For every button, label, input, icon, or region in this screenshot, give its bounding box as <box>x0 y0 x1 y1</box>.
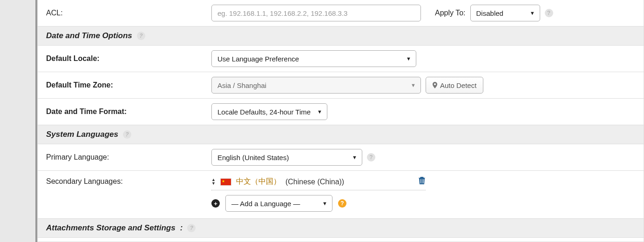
help-icon[interactable]: ? <box>123 130 131 139</box>
default-timezone-select[interactable]: Asia / Shanghai ▼ <box>211 77 421 94</box>
acl-row: ACL: Apply To: Disabled ▼ ? <box>38 0 644 27</box>
chevron-down-icon: ▼ <box>317 109 322 114</box>
secondary-language-item: ▲▼ 中文（中国） (Chinese (China)) <box>211 176 426 190</box>
primary-language-row: Primary Language: English (United States… <box>38 144 644 171</box>
default-timezone-label: Default Time Zone: <box>46 81 207 89</box>
section-datetime: Date and Time Options ? <box>38 27 644 46</box>
language-english-name: (Chinese (China)) <box>285 178 344 186</box>
help-icon[interactable]: ? <box>545 9 553 17</box>
default-locale-select[interactable]: Use Language Preference ▼ <box>211 50 416 67</box>
flag-cn-icon <box>220 178 231 186</box>
drag-handle-icon[interactable]: ▲▼ <box>211 178 216 185</box>
default-locale-row: Default Locale: Use Language Preference … <box>38 46 644 72</box>
apply-to-select[interactable]: Disabled ▼ <box>470 5 540 21</box>
help-icon[interactable]: ? <box>137 32 145 40</box>
store-attachments-row: Store Attachments: In the database ▼ * ? <box>38 238 644 242</box>
secondary-languages-label: Secondary Languages: <box>46 176 207 186</box>
acl-input[interactable] <box>211 5 421 21</box>
acl-label: ACL: <box>46 9 207 17</box>
trash-icon[interactable] <box>418 176 426 187</box>
help-icon[interactable]: ? <box>187 224 196 232</box>
left-gutter <box>0 0 37 242</box>
chevron-down-icon: ▼ <box>322 201 327 206</box>
language-native-name: 中文（中国） <box>236 177 281 187</box>
primary-language-label: Primary Language: <box>46 153 207 161</box>
section-title: Attachments Storage and Settings <box>46 223 176 233</box>
add-icon[interactable]: + <box>211 199 220 208</box>
auto-detect-button[interactable]: Auto Detect <box>426 77 483 94</box>
location-pin-icon <box>433 82 437 88</box>
default-timezone-row: Default Time Zone: Asia / Shanghai ▼ Aut… <box>38 72 644 99</box>
datetime-format-select[interactable]: Locale Defaults, 24-hour Time ▼ <box>211 103 327 120</box>
secondary-languages-row: Secondary Languages: ▲▼ 中文（中国） (Chinese … <box>38 171 644 219</box>
apply-to-label: Apply To: <box>435 9 466 17</box>
primary-language-select[interactable]: English (United States) ▼ <box>211 149 362 166</box>
settings-panel: ACL: Apply To: Disabled ▼ ? Date and Tim… <box>37 0 644 242</box>
chevron-down-icon: ▼ <box>352 155 357 160</box>
datetime-format-label: Date and Time Format: <box>46 108 207 116</box>
help-icon[interactable]: ? <box>367 153 375 161</box>
chevron-down-icon: ▼ <box>411 82 416 88</box>
section-title: System Languages <box>46 130 118 139</box>
default-locale-label: Default Locale: <box>46 54 207 63</box>
chevron-down-icon: ▼ <box>406 56 411 61</box>
chevron-down-icon: ▼ <box>530 10 535 16</box>
help-warning-icon[interactable]: ? <box>338 199 346 208</box>
section-attachments: Attachments Storage and Settings: ? <box>38 219 644 238</box>
section-title: Date and Time Options <box>46 31 132 40</box>
section-languages: System Languages ? <box>38 125 644 144</box>
add-language-select[interactable]: — Add a Language — ▼ <box>225 195 332 212</box>
datetime-format-row: Date and Time Format: Locale Defaults, 2… <box>38 99 644 125</box>
